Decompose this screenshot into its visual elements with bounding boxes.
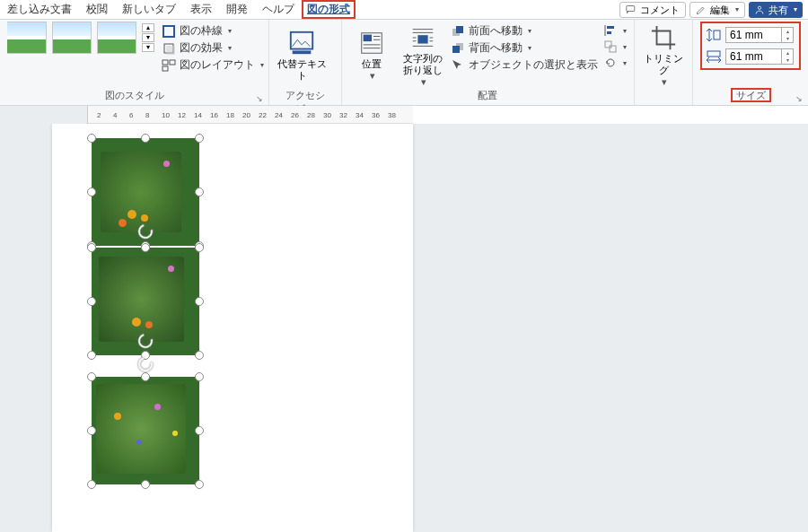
resize-handle[interactable] bbox=[141, 134, 150, 143]
gallery-up-icon[interactable]: ▴ bbox=[142, 23, 154, 32]
svg-rect-29 bbox=[607, 26, 614, 29]
group-objects-button[interactable]: ▾ bbox=[603, 39, 627, 54]
tab-help[interactable]: ヘルプ bbox=[255, 0, 302, 19]
resize-handle[interactable] bbox=[195, 134, 204, 143]
text-wrap-button[interactable]: 文字列の折り返し▾ bbox=[400, 23, 445, 88]
svg-rect-27 bbox=[452, 46, 460, 53]
comment-icon bbox=[626, 4, 637, 15]
svg-rect-9 bbox=[293, 50, 312, 54]
resize-handle[interactable] bbox=[87, 297, 96, 306]
tab-review[interactable]: 校閲 bbox=[79, 0, 115, 19]
inserted-picture-1[interactable] bbox=[92, 138, 199, 246]
svg-rect-2 bbox=[163, 26, 174, 37]
height-input[interactable]: 61 mm▴▾ bbox=[725, 27, 794, 43]
picture-border-button[interactable]: 図の枠線▾ bbox=[162, 23, 264, 39]
dialog-launcher-icon[interactable]: ↘ bbox=[795, 94, 803, 103]
resize-handle[interactable] bbox=[195, 297, 204, 306]
resize-handle[interactable] bbox=[87, 426, 96, 435]
selection-pane-icon bbox=[451, 58, 465, 73]
resize-handle[interactable] bbox=[141, 372, 150, 381]
svg-rect-11 bbox=[364, 35, 372, 42]
tab-view[interactable]: 表示 bbox=[183, 0, 219, 19]
resize-handle[interactable] bbox=[87, 134, 96, 143]
group-icon bbox=[603, 39, 618, 54]
width-input[interactable]: 61 mm▴▾ bbox=[725, 48, 794, 65]
resize-handle[interactable] bbox=[195, 480, 204, 489]
svg-rect-6 bbox=[170, 60, 175, 65]
svg-point-1 bbox=[758, 6, 760, 9]
svg-rect-4 bbox=[166, 46, 175, 55]
align-button[interactable]: ▾ bbox=[603, 23, 627, 38]
crop-button[interactable]: トリミング▾ bbox=[642, 23, 685, 88]
rotate-button[interactable]: ▾ bbox=[603, 56, 627, 70]
resize-handle[interactable] bbox=[141, 480, 150, 489]
resize-handle[interactable] bbox=[87, 243, 96, 252]
resize-handle[interactable] bbox=[195, 243, 204, 252]
tab-new[interactable]: 新しいタブ bbox=[115, 0, 183, 19]
inserted-picture-3[interactable] bbox=[92, 377, 199, 484]
resize-handle[interactable] bbox=[141, 243, 150, 252]
alt-text-button[interactable]: 代替テキスト bbox=[277, 23, 327, 88]
resize-handle[interactable] bbox=[87, 372, 96, 381]
svg-rect-5 bbox=[162, 60, 168, 65]
edit-mode-button[interactable]: 編集▾ bbox=[689, 2, 745, 18]
width-icon bbox=[706, 50, 722, 63]
resize-handle[interactable] bbox=[87, 480, 96, 489]
svg-rect-33 bbox=[714, 31, 720, 39]
styles-group-label: 図のスタイル bbox=[105, 90, 164, 100]
resize-handle[interactable] bbox=[195, 351, 204, 360]
rotate-icon bbox=[603, 56, 618, 70]
crop-icon bbox=[650, 24, 677, 51]
tab-developer[interactable]: 開発 bbox=[219, 0, 255, 19]
size-inputs-highlight: 61 mm▴▾ 61 mm▴▾ bbox=[700, 22, 801, 70]
picture-effects-button[interactable]: 図の効果▾ bbox=[162, 40, 264, 56]
svg-rect-7 bbox=[162, 66, 168, 71]
rotate-handle-icon[interactable] bbox=[136, 354, 155, 374]
wrap-icon bbox=[409, 24, 436, 51]
accessibility-group-label: アクセシビ… bbox=[277, 89, 334, 105]
pencil-icon bbox=[696, 4, 707, 15]
gallery-more-icon[interactable]: ▾ bbox=[142, 43, 154, 52]
dialog-launcher-icon[interactable]: ↘ bbox=[256, 94, 263, 103]
resize-handle[interactable] bbox=[87, 188, 96, 196]
resize-handle[interactable] bbox=[195, 426, 204, 435]
send-backward-icon bbox=[451, 41, 465, 56]
resize-handle[interactable] bbox=[195, 372, 204, 381]
svg-rect-0 bbox=[627, 5, 635, 11]
picture-style-gallery[interactable]: ▴ ▾ ▾ bbox=[7, 22, 154, 54]
svg-rect-25 bbox=[456, 26, 463, 33]
svg-rect-31 bbox=[605, 41, 611, 48]
bring-forward-button[interactable]: 前面へ移動▾ bbox=[451, 23, 598, 39]
gallery-down-icon[interactable]: ▾ bbox=[142, 33, 154, 42]
tab-mail-merge[interactable]: 差し込み文書 bbox=[0, 0, 79, 19]
share-button[interactable]: 共有▾ bbox=[749, 2, 803, 18]
size-group-label: サイズ bbox=[731, 88, 771, 102]
document-canvas[interactable] bbox=[0, 124, 808, 532]
svg-rect-8 bbox=[291, 32, 312, 49]
position-button[interactable]: 位置▾ bbox=[349, 23, 395, 88]
share-icon bbox=[754, 4, 765, 15]
svg-rect-32 bbox=[610, 46, 616, 52]
border-icon bbox=[162, 24, 176, 39]
inserted-picture-2[interactable] bbox=[92, 248, 199, 355]
arrange-group-label: 配置 bbox=[349, 89, 627, 105]
send-backward-button[interactable]: 背面へ移動▾ bbox=[451, 40, 598, 56]
picture-layout-button[interactable]: 図のレイアウト▾ bbox=[162, 57, 264, 73]
page bbox=[52, 124, 413, 532]
svg-rect-34 bbox=[707, 51, 720, 57]
bring-forward-icon bbox=[451, 24, 465, 39]
svg-rect-18 bbox=[417, 35, 427, 43]
horizontal-ruler[interactable]: 2468101214161820222426283032343638 bbox=[88, 106, 413, 124]
layout-icon bbox=[162, 58, 176, 73]
svg-rect-30 bbox=[607, 31, 611, 34]
comments-button[interactable]: コメント bbox=[619, 2, 686, 18]
ribbon: ▴ ▾ ▾ 図の枠線▾ 図の効果▾ bbox=[0, 20, 808, 106]
selection-pane-button[interactable]: オブジェクトの選択と表示 bbox=[451, 57, 598, 73]
tab-picture-format[interactable]: 図の形式 bbox=[302, 0, 356, 19]
alt-text-icon bbox=[288, 30, 315, 57]
effects-icon bbox=[162, 41, 176, 56]
align-icon bbox=[603, 23, 618, 38]
resize-handle[interactable] bbox=[87, 351, 96, 360]
resize-handle[interactable] bbox=[195, 188, 204, 196]
height-icon bbox=[706, 29, 722, 41]
